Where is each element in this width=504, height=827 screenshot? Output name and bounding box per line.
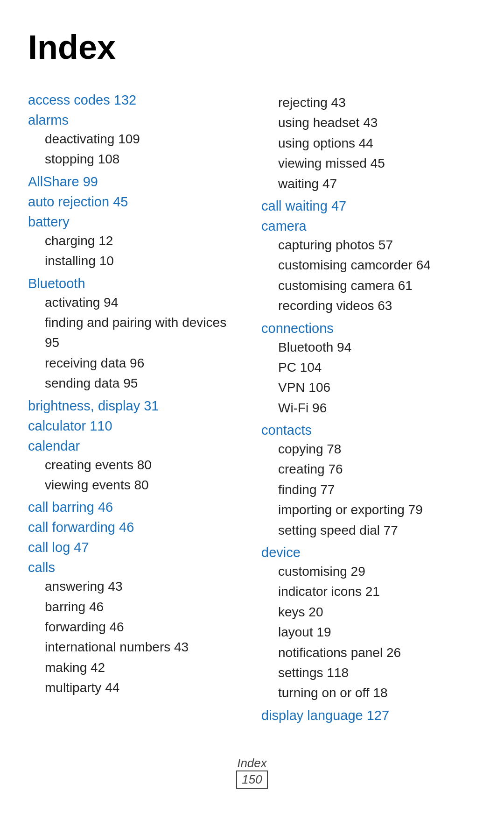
index-subitem: waiting 47 (261, 174, 476, 194)
index-subitem: customising 29 (261, 561, 476, 581)
index-term: call waiting 47 (261, 198, 476, 214)
index-subitem: finding and pairing with devices 95 (28, 312, 243, 353)
index-term: display language 127 (261, 708, 476, 723)
index-subitem: creating events 80 (28, 455, 243, 475)
index-subitem: PC 104 (261, 357, 476, 377)
index-subitem: settings 118 (261, 663, 476, 683)
index-section: calendarcreating events 80viewing events… (28, 438, 243, 495)
index-section: Bluetoothactivating 94finding and pairin… (28, 276, 243, 394)
index-section: rejecting 43using headset 43using option… (261, 92, 476, 194)
index-subitem: setting speed dial 77 (261, 520, 476, 540)
index-subitem: multiparty 44 (28, 678, 243, 698)
index-subitem: making 42 (28, 657, 243, 678)
index-section: batterycharging 12installing 10 (28, 214, 243, 271)
index-subitem: using headset 43 (261, 113, 476, 133)
index-subitem: capturing photos 57 (261, 235, 476, 255)
index-term: alarms (28, 113, 243, 128)
footer-label: Index (237, 756, 267, 770)
index-term: AllShare 99 (28, 174, 243, 190)
index-columns: access codes 132alarmsdeactivating 109st… (28, 90, 476, 728)
index-term: contacts (261, 423, 476, 438)
index-section: brightness, display 31 (28, 398, 243, 414)
footer: Index 150 (28, 756, 476, 789)
index-subitem: installing 10 (28, 251, 243, 271)
index-subitem: charging 12 (28, 231, 243, 251)
index-subitem: keys 20 (261, 602, 476, 622)
index-term: calendar (28, 438, 243, 454)
index-subitem: recording videos 63 (261, 296, 476, 316)
index-term: calls (28, 560, 243, 575)
index-section: display language 127 (261, 708, 476, 723)
index-term: camera (261, 219, 476, 234)
footer-pagenum: 150 (236, 770, 267, 789)
index-section: connectionsBluetooth 94PC 104VPN 106Wi-F… (261, 321, 476, 418)
index-term: connections (261, 321, 476, 336)
index-subitem: finding 77 (261, 480, 476, 500)
page-title: Index (28, 28, 476, 66)
index-subitem: turning on or off 18 (261, 683, 476, 703)
index-subitem: rejecting 43 (261, 92, 476, 113)
index-subitem: forwarding 46 (28, 617, 243, 637)
index-section: cameracapturing photos 57customising cam… (261, 219, 476, 316)
index-section: devicecustomising 29indicator icons 21ke… (261, 545, 476, 703)
index-subitem: Wi-Fi 96 (261, 398, 476, 418)
index-subitem: activating 94 (28, 292, 243, 312)
index-section: call log 47 (28, 540, 243, 555)
index-subitem: using options 44 (261, 133, 476, 153)
index-subitem: VPN 106 (261, 377, 476, 397)
index-term: calculator 110 (28, 418, 243, 434)
index-subitem: answering 43 (28, 576, 243, 596)
index-section: auto rejection 45 (28, 194, 243, 210)
index-subitem: international numbers 43 (28, 637, 243, 657)
index-section: calculator 110 (28, 418, 243, 434)
index-subitem: notifications panel 26 (261, 643, 476, 663)
index-subitem: viewing events 80 (28, 475, 243, 495)
index-section: alarmsdeactivating 109stopping 108 (28, 113, 243, 170)
index-subitem: barring 46 (28, 597, 243, 617)
index-term: brightness, display 31 (28, 398, 243, 414)
index-term: call barring 46 (28, 500, 243, 515)
index-section: AllShare 99 (28, 174, 243, 190)
index-section: callsanswering 43barring 46forwarding 46… (28, 560, 243, 698)
index-subitem: copying 78 (261, 439, 476, 459)
index-subitem: sending data 95 (28, 373, 243, 393)
index-subitem: customising camera 61 (261, 276, 476, 296)
index-subitem: customising camcorder 64 (261, 255, 476, 275)
index-subitem: viewing missed 45 (261, 153, 476, 173)
index-subitem: indicator icons 21 (261, 581, 476, 601)
index-subitem: deactivating 109 (28, 129, 243, 149)
index-term: battery (28, 214, 243, 230)
index-subitem: importing or exporting 79 (261, 500, 476, 520)
index-section: access codes 132 (28, 92, 243, 108)
index-subitem: layout 19 (261, 622, 476, 642)
index-term: call log 47 (28, 540, 243, 555)
index-subitem: receiving data 96 (28, 353, 243, 373)
index-subitem: stopping 108 (28, 149, 243, 169)
index-section: call waiting 47 (261, 198, 476, 214)
index-section: call barring 46 (28, 500, 243, 515)
index-section: call forwarding 46 (28, 520, 243, 535)
index-term: Bluetooth (28, 276, 243, 291)
index-term: call forwarding 46 (28, 520, 243, 535)
right-column: rejecting 43using headset 43using option… (261, 90, 476, 728)
index-term: device (261, 545, 476, 560)
index-subitem: Bluetooth 94 (261, 337, 476, 357)
left-column: access codes 132alarmsdeactivating 109st… (28, 90, 243, 728)
index-section: contactscopying 78creating 76finding 77i… (261, 423, 476, 540)
index-subitem: creating 76 (261, 459, 476, 479)
index-term: auto rejection 45 (28, 194, 243, 210)
index-term: access codes 132 (28, 92, 243, 108)
